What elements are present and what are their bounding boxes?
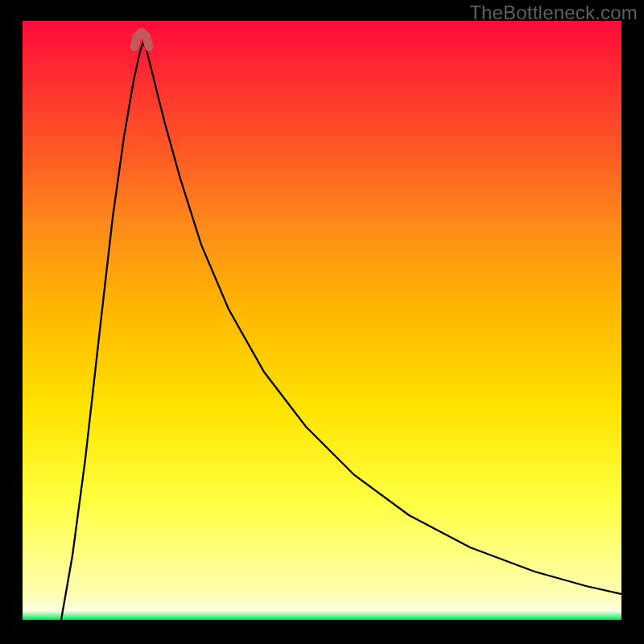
curve-layer [23,21,621,620]
chart-frame: TheBottleneck.com [0,0,644,644]
watermark-text: TheBottleneck.com [469,2,638,24]
bottleneck-curve [61,42,621,620]
plot-area [23,21,621,620]
